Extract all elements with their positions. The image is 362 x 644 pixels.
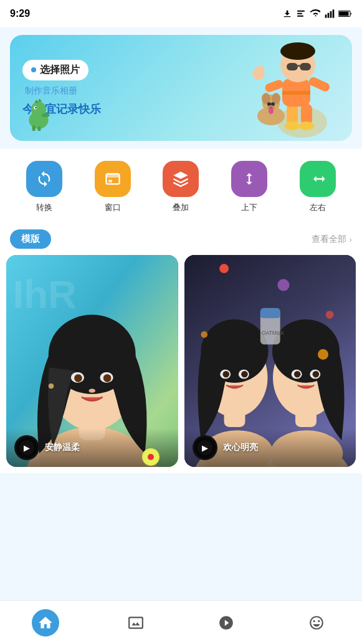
card-1-title: 安静温柔 [45, 442, 80, 453]
action-convert[interactable]: 转换 [26, 161, 62, 213]
svg-point-85 [277, 279, 289, 291]
leftright-label: 左右 [310, 202, 326, 213]
card-2-title: 欢心明亮 [223, 442, 258, 453]
updown-label: 上下 [241, 202, 257, 213]
svg-rect-8 [339, 12, 348, 16]
svg-marker-14 [37, 99, 42, 102]
templates-header: 模版 查看全部 › [0, 219, 362, 255]
convert-icon [26, 161, 62, 197]
svg-rect-45 [106, 174, 119, 178]
templates-view-all[interactable]: 查看全部 › [312, 234, 352, 245]
stack-label: 叠加 [173, 202, 189, 213]
svg-point-88 [201, 331, 207, 338]
svg-point-84 [219, 264, 229, 273]
nav-play[interactable] [204, 601, 248, 644]
card-2[interactable]: OATMILK ▶ 欢心明亮 [184, 255, 356, 467]
play-icon-wrapper [212, 609, 240, 637]
card-1-vinyl: ▶ [14, 435, 40, 461]
banner-select-btn[interactable]: 选择照片 [22, 60, 88, 80]
svg-point-87 [318, 349, 328, 360]
gallery-icon-wrapper [122, 609, 150, 637]
svg-point-83 [312, 371, 319, 378]
action-stack[interactable]: 叠加 [163, 161, 199, 213]
home-icon [37, 615, 54, 631]
svg-rect-47 [249, 176, 250, 181]
templates-badge[interactable]: 模版 [10, 229, 51, 249]
action-leftright[interactable]: 左右 [300, 161, 336, 213]
svg-text:IhR: IhR [13, 272, 77, 316]
banner-dot [31, 67, 36, 72]
home-icon-wrapper [32, 609, 59, 637]
card-1-play[interactable]: ▶ [16, 437, 37, 458]
stack-icon [163, 161, 199, 197]
svg-rect-3 [325, 14, 327, 17]
chevron-right-icon: › [349, 234, 352, 244]
svg-point-56 [74, 374, 82, 382]
svg-rect-0 [297, 11, 305, 12]
banner-make-text: 制作音乐相册 [25, 85, 77, 97]
svg-point-57 [103, 374, 112, 382]
updown-icon [231, 161, 267, 197]
nav-emoji[interactable] [295, 601, 338, 644]
nav-home[interactable] [24, 601, 67, 644]
emoji-icon-wrapper [303, 609, 330, 637]
svg-point-73 [222, 371, 229, 378]
action-window[interactable]: 窗口 [95, 161, 131, 213]
banner-subtitle: 今日宜记录快乐 [22, 102, 340, 117]
svg-rect-4 [328, 13, 330, 18]
banner[interactable]: 选择照片 制作音乐相册 今日宜记录快乐 [10, 35, 352, 141]
gallery-icon [128, 615, 144, 631]
status-time: 9:29 [10, 8, 30, 19]
status-bar: 9:29 [0, 0, 362, 27]
action-updown[interactable]: 上下 [231, 161, 267, 213]
card-2-bottom: ▶ 欢心明亮 [184, 428, 356, 467]
svg-rect-16 [32, 125, 36, 131]
cards-grid: IhR ▶ 安静温柔 [0, 255, 362, 473]
window-label: 窗口 [105, 202, 121, 213]
svg-text:OATMILK: OATMILK [261, 330, 284, 336]
play-nav-icon [218, 615, 234, 631]
svg-point-74 [241, 371, 248, 378]
card-2-play[interactable]: ▶ [194, 437, 216, 458]
banner-select-text: 选择照片 [40, 64, 80, 77]
svg-point-58 [88, 389, 95, 393]
svg-point-86 [325, 310, 333, 319]
banner-content: 选择照片 制作音乐相册 今日宜记录快乐 [10, 50, 352, 127]
nav-gallery[interactable] [114, 601, 158, 644]
svg-rect-46 [108, 180, 112, 183]
banner-dino [22, 99, 55, 131]
battery-icon [338, 10, 352, 17]
wifi-icon [310, 9, 321, 19]
leftright-icon [300, 161, 336, 197]
card-2-vinyl: ▶ [192, 435, 218, 461]
view-all-text: 查看全部 [312, 234, 346, 245]
svg-rect-1 [297, 13, 302, 14]
actions-row: 转换 窗口 叠加 上下 [0, 148, 362, 219]
svg-point-12 [35, 107, 37, 108]
window-icon [95, 161, 131, 197]
bottom-nav [0, 600, 362, 644]
svg-rect-2 [297, 16, 303, 17]
status-icons [282, 9, 352, 19]
svg-rect-15 [42, 113, 49, 117]
svg-point-82 [293, 371, 300, 378]
emoji-icon [308, 615, 325, 631]
cursor-dot [148, 454, 154, 460]
font-icon [296, 9, 306, 19]
convert-label: 转换 [36, 202, 52, 213]
svg-point-59 [49, 383, 54, 388]
cursor-indicator [142, 448, 160, 466]
svg-rect-5 [330, 11, 332, 18]
svg-rect-6 [333, 9, 335, 17]
card-1[interactable]: IhR ▶ 安静温柔 [6, 255, 178, 467]
svg-rect-17 [37, 127, 40, 131]
svg-rect-90 [260, 308, 280, 318]
download-icon [282, 9, 292, 19]
signal-icon [325, 9, 335, 19]
